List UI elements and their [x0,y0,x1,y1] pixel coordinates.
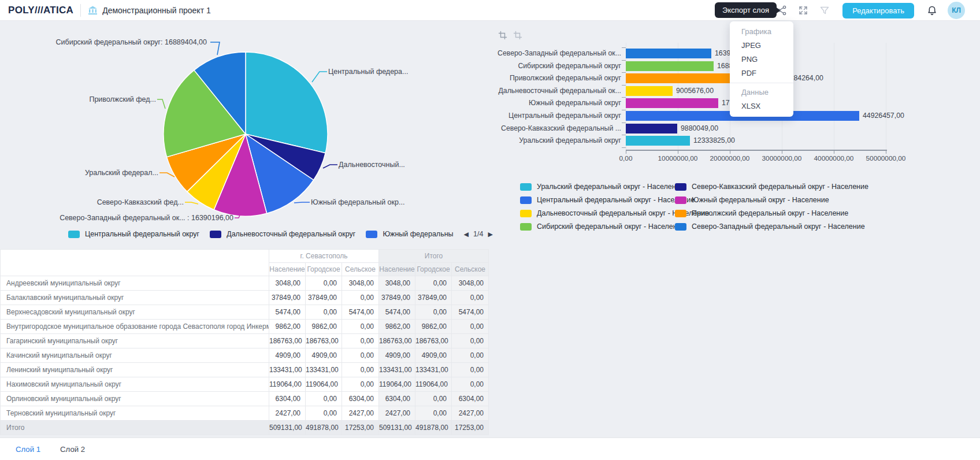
value-cell: 5474,00 [269,305,306,320]
value-cell: 0,00 [415,305,452,320]
legend-item[interactable]: Южный федеральны [366,230,453,238]
pie-callout-label: Северо-Западный федеральный ок... : 1639… [60,213,233,222]
menu-item-xlsx[interactable]: XLSX [730,99,793,113]
pie-callout-label: Северо-Кавказский фед... [97,198,184,207]
zoom-select-icon[interactable] [498,31,507,40]
legend-item[interactable]: Приволжский федеральный округ - Населени… [675,209,868,217]
value-cell: 9862,00 [415,320,452,334]
pie-callout-label: Южный федеральный окр... [311,198,404,207]
value-cell: 5474,00 [342,305,379,320]
value-cell: 2427,00 [269,406,306,421]
value-cell: 0,00 [415,392,452,406]
value-cell: 9862,00 [379,320,415,334]
value-cell: 5474,00 [452,305,489,320]
value-cell: 37849,00 [269,291,306,305]
value-cell: 133431,00 [415,363,452,377]
header-divider [80,4,81,17]
menu-item-pdf[interactable]: PDF [730,66,793,80]
value-cell: 119064,00 [306,377,342,392]
legend-swatch [520,183,532,191]
value-cell: 17253,00 [342,421,379,435]
pivot-table: г. СевастопольИтогоНаселениеГородскоеСел… [0,249,489,435]
bar-category-label: Центральный федеральный округ [456,111,621,121]
category-axis-tick [622,147,626,148]
legend-item[interactable]: Северо-Кавказский федеральный округ - На… [675,183,868,191]
legend-swatch [366,231,377,238]
value-cell: 0,00 [342,320,379,334]
menu-item-jpeg[interactable]: JPEG [730,39,793,53]
axis-tick-label: 10000000,00 [652,154,704,162]
axis-tick [730,151,730,154]
legend-item[interactable]: Уральский федеральный округ - Население [520,183,675,191]
legend-item[interactable]: Дальневосточный федеральный округ [210,230,355,238]
table-corner-cell [1,250,269,276]
fullscreen-icon[interactable] [797,5,809,16]
row-name-cell: Итого [1,421,269,435]
value-cell: 2427,00 [379,406,415,421]
value-cell: 9862,00 [306,320,342,334]
value-cell: 0,00 [415,276,452,291]
value-cell: 0,00 [452,291,489,305]
row-name-cell: Внутригородское муниципальное образовани… [1,320,269,334]
legend-label: Дальневосточный федеральный округ [227,230,355,238]
value-cell: 133431,00 [379,363,415,377]
bell-icon[interactable] [926,5,938,16]
zoom-reset-icon[interactable] [513,31,522,40]
export-menu: ГрафикаJPEGPNGPDFДанныеXLSX [730,21,793,117]
table-row: Ленинский муниципальный округ133431,0013… [1,363,489,377]
legend-swatch [675,196,686,204]
table-row: Нахимовский муниципальный округ119064,00… [1,377,489,392]
pie-callout-line [210,42,220,55]
value-cell: 0,00 [415,406,452,421]
pie-legend: Центральный федеральный округДальневосто… [68,230,466,238]
legend-item[interactable]: Центральный федеральный округ [68,230,199,238]
bar[interactable] [626,124,677,133]
bar[interactable] [626,136,690,146]
layer-tab-2[interactable]: Слой 2 [60,445,85,454]
table-sub-header: Сельское [342,263,379,276]
pie-callout-label: Дальневосточный... [339,160,405,169]
axis-tick [678,151,678,154]
legend-label: Уральский федеральный округ - Население [537,183,684,191]
value-cell: 6304,00 [379,392,415,406]
layer-tabs-bar: Слой 1Слой 2 [0,437,980,460]
value-cell: 6304,00 [452,392,489,406]
filter-icon[interactable] [819,5,830,16]
bar[interactable] [626,49,711,58]
row-name-cell: Андреевский муниципальный округ [1,276,269,291]
value-cell: 5474,00 [379,305,415,320]
table-row: Внутригородское муниципальное образовани… [1,320,489,334]
legend-label: Приволжский федеральный округ - Населени… [692,209,848,217]
menu-divider [730,83,793,83]
legend-item[interactable]: Южный федеральный округ - Население [675,196,868,204]
layer-tab-1[interactable]: Слой 1 [16,445,40,454]
legend-next-icon[interactable]: ▶ [488,231,492,238]
legend-item[interactable]: Дальневосточный федеральный округ - Насе… [520,209,675,217]
axis-tick [834,151,834,154]
bank-icon [88,6,98,15]
value-cell: 0,00 [342,291,379,305]
bar[interactable] [626,61,714,71]
edit-button[interactable]: Редактировать [842,3,914,18]
legend-label: Центральный федеральный округ - Населени… [537,196,695,204]
bar[interactable] [626,98,718,108]
legend-prev-icon[interactable]: ◀ [464,231,469,238]
x-axis-line [626,150,887,151]
value-cell: 0,00 [452,348,489,363]
legend-item[interactable]: Северо-Западный федеральный округ - Насе… [675,222,868,231]
legend-item[interactable]: Центральный федеральный округ - Населени… [520,196,675,204]
avatar[interactable]: КЛ [948,2,965,19]
table-sub-header: Городское [415,263,452,276]
legend-item[interactable]: Сибирский федеральный округ - Население [520,222,675,231]
menu-item-png[interactable]: PNG [730,53,793,66]
value-cell: 0,00 [342,363,379,377]
row-name-cell: Балаклавский муниципальный округ [1,291,269,305]
legend-swatch [675,183,686,191]
axis-tick-label: 40000000,00 [808,154,860,162]
table-sub-header: Сельское [452,263,489,276]
axis-tick [626,151,626,154]
bar[interactable] [626,86,673,96]
value-cell: 186763,00 [379,334,415,348]
value-cell: 0,00 [342,348,379,363]
category-axis-tick [622,60,626,61]
